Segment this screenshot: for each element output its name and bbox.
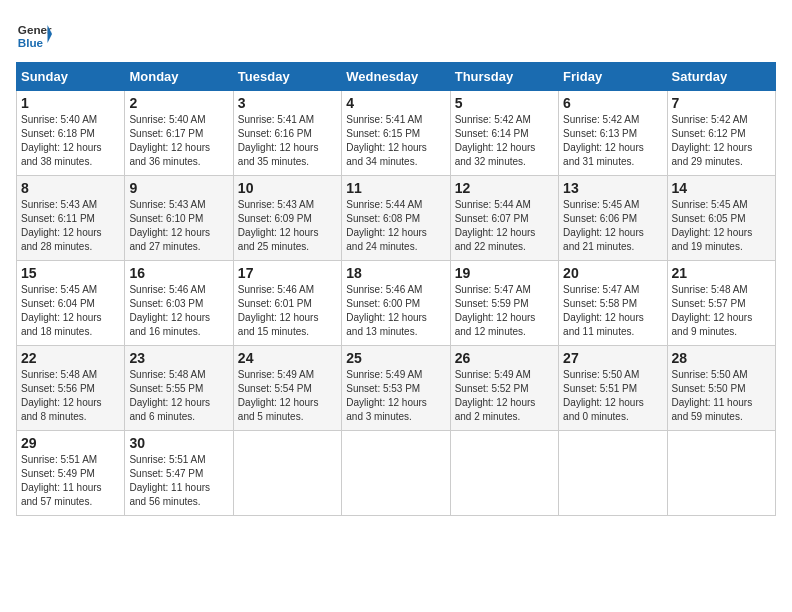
calendar-cell: 10Sunrise: 5:43 AMSunset: 6:09 PMDayligh…	[233, 176, 341, 261]
svg-text:Blue: Blue	[18, 36, 44, 49]
calendar-table: SundayMondayTuesdayWednesdayThursdayFrid…	[16, 62, 776, 516]
calendar-cell: 9Sunrise: 5:43 AMSunset: 6:10 PMDaylight…	[125, 176, 233, 261]
svg-text:General: General	[18, 23, 52, 36]
calendar-cell: 13Sunrise: 5:45 AMSunset: 6:06 PMDayligh…	[559, 176, 667, 261]
calendar-cell: 23Sunrise: 5:48 AMSunset: 5:55 PMDayligh…	[125, 346, 233, 431]
page-header: General Blue	[16, 16, 776, 52]
calendar-day-header: Tuesday	[233, 63, 341, 91]
calendar-cell: 28Sunrise: 5:50 AMSunset: 5:50 PMDayligh…	[667, 346, 775, 431]
calendar-cell-empty	[559, 431, 667, 516]
calendar-cell: 20Sunrise: 5:47 AMSunset: 5:58 PMDayligh…	[559, 261, 667, 346]
calendar-day-header: Saturday	[667, 63, 775, 91]
calendar-cell: 30Sunrise: 5:51 AMSunset: 5:47 PMDayligh…	[125, 431, 233, 516]
calendar-cell: 4Sunrise: 5:41 AMSunset: 6:15 PMDaylight…	[342, 91, 450, 176]
calendar-cell-empty	[450, 431, 558, 516]
calendar-cell: 25Sunrise: 5:49 AMSunset: 5:53 PMDayligh…	[342, 346, 450, 431]
calendar-cell: 1Sunrise: 5:40 AMSunset: 6:18 PMDaylight…	[17, 91, 125, 176]
calendar-cell-empty	[342, 431, 450, 516]
calendar-day-header: Monday	[125, 63, 233, 91]
calendar-cell-empty	[233, 431, 341, 516]
calendar-cell: 15Sunrise: 5:45 AMSunset: 6:04 PMDayligh…	[17, 261, 125, 346]
calendar-cell: 3Sunrise: 5:41 AMSunset: 6:16 PMDaylight…	[233, 91, 341, 176]
calendar-cell: 26Sunrise: 5:49 AMSunset: 5:52 PMDayligh…	[450, 346, 558, 431]
calendar-cell-empty	[667, 431, 775, 516]
calendar-cell: 27Sunrise: 5:50 AMSunset: 5:51 PMDayligh…	[559, 346, 667, 431]
logo-icon: General Blue	[16, 16, 52, 52]
calendar-cell: 2Sunrise: 5:40 AMSunset: 6:17 PMDaylight…	[125, 91, 233, 176]
calendar-day-header: Sunday	[17, 63, 125, 91]
calendar-cell: 29Sunrise: 5:51 AMSunset: 5:49 PMDayligh…	[17, 431, 125, 516]
calendar-header-row: SundayMondayTuesdayWednesdayThursdayFrid…	[17, 63, 776, 91]
logo: General Blue	[16, 16, 52, 52]
calendar-cell: 21Sunrise: 5:48 AMSunset: 5:57 PMDayligh…	[667, 261, 775, 346]
calendar-cell: 7Sunrise: 5:42 AMSunset: 6:12 PMDaylight…	[667, 91, 775, 176]
calendar-cell: 19Sunrise: 5:47 AMSunset: 5:59 PMDayligh…	[450, 261, 558, 346]
calendar-cell: 5Sunrise: 5:42 AMSunset: 6:14 PMDaylight…	[450, 91, 558, 176]
calendar-day-header: Wednesday	[342, 63, 450, 91]
calendar-cell: 12Sunrise: 5:44 AMSunset: 6:07 PMDayligh…	[450, 176, 558, 261]
calendar-cell: 16Sunrise: 5:46 AMSunset: 6:03 PMDayligh…	[125, 261, 233, 346]
calendar-cell: 22Sunrise: 5:48 AMSunset: 5:56 PMDayligh…	[17, 346, 125, 431]
calendar-cell: 17Sunrise: 5:46 AMSunset: 6:01 PMDayligh…	[233, 261, 341, 346]
calendar-cell: 8Sunrise: 5:43 AMSunset: 6:11 PMDaylight…	[17, 176, 125, 261]
calendar-cell: 11Sunrise: 5:44 AMSunset: 6:08 PMDayligh…	[342, 176, 450, 261]
calendar-cell: 14Sunrise: 5:45 AMSunset: 6:05 PMDayligh…	[667, 176, 775, 261]
calendar-cell: 6Sunrise: 5:42 AMSunset: 6:13 PMDaylight…	[559, 91, 667, 176]
calendar-day-header: Friday	[559, 63, 667, 91]
calendar-day-header: Thursday	[450, 63, 558, 91]
calendar-cell: 18Sunrise: 5:46 AMSunset: 6:00 PMDayligh…	[342, 261, 450, 346]
calendar-cell: 24Sunrise: 5:49 AMSunset: 5:54 PMDayligh…	[233, 346, 341, 431]
